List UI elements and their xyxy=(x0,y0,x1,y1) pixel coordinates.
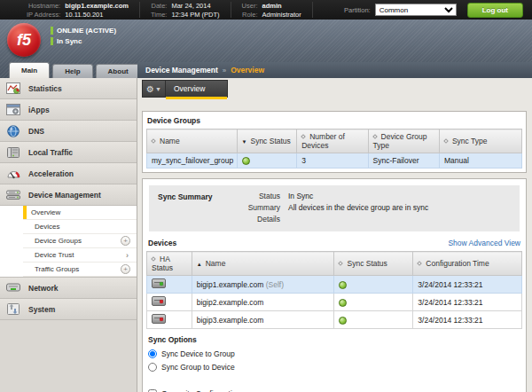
details-label: Details xyxy=(238,215,280,223)
sidebar-item-local-traffic[interactable]: Local Traffic xyxy=(0,142,137,163)
ha-status-device-icon xyxy=(152,314,166,324)
device-group-row[interactable]: my_sync_failover_group 3 Sync-Failover M… xyxy=(147,153,522,169)
device-group-sync-status xyxy=(237,153,297,169)
col-header-configuration-time[interactable]: Configuration Time xyxy=(413,252,522,276)
top-bar-right: Partition: Common Log out xyxy=(344,3,532,18)
tab-main[interactable]: Main xyxy=(9,62,50,78)
sidebar-item-acceleration[interactable]: Acceleration xyxy=(0,163,137,184)
partition-select[interactable]: Common xyxy=(375,4,457,16)
device-name-cell[interactable]: bigip2.example.com xyxy=(192,294,334,311)
sync-summary-box: Sync Summary Status In Sync Summary All … xyxy=(149,185,520,231)
show-advanced-view-link[interactable]: Show Advanced View xyxy=(448,239,520,247)
online-status-icon xyxy=(51,27,53,35)
breadcrumb-separator-icon: » xyxy=(223,67,226,74)
sync-panel: Sync Summary Status In Sync Summary All … xyxy=(142,178,527,392)
ha-status-cell xyxy=(147,276,192,294)
sidebar-subitem-traffic-groups[interactable]: Traffic Groups + xyxy=(23,263,137,277)
device-management-submenu: Overview Devices Device Groups + Device … xyxy=(0,206,137,278)
col-header-name[interactable]: Name xyxy=(147,129,238,153)
status-label: Status xyxy=(238,192,280,200)
caret-down-icon: ▼ xyxy=(155,86,161,92)
breadcrumb: Device Management » Overview xyxy=(137,62,532,78)
role-label: Role: xyxy=(242,11,258,19)
sidebar-item-label: Local Traffic xyxy=(28,148,73,157)
content-tab-overview[interactable]: Overview xyxy=(166,80,228,98)
device-row[interactable]: bigip3.example.com 3/24/2014 12:33:21 xyxy=(147,311,522,329)
config-time-cell: 3/24/2014 12:33:21 xyxy=(413,276,522,294)
device-name-cell[interactable]: bigip1.example.com (Self) xyxy=(192,276,334,294)
breadcrumb-page: Overview xyxy=(231,66,264,74)
sidebar-item-label: iApps xyxy=(28,106,50,114)
sidebar-item-network[interactable]: Network xyxy=(0,278,137,299)
tab-about[interactable]: About xyxy=(96,64,141,78)
sidebar-subitem-device-trust[interactable]: Device Trust › xyxy=(23,248,137,263)
sort-icon xyxy=(151,138,156,144)
sync-group-to-device-radio[interactable] xyxy=(148,363,157,372)
ha-status-device-icon xyxy=(152,296,166,306)
sort-icon xyxy=(151,256,156,262)
logout-button[interactable]: Log out xyxy=(467,3,523,18)
sync-device-to-group-radio[interactable] xyxy=(148,349,157,358)
sidebar-subitem-overview[interactable]: Overview xyxy=(23,206,137,220)
sync-options-title: Sync Options xyxy=(148,335,520,344)
device-sync-status-cell xyxy=(334,276,413,294)
sidebar-subitem-label: Devices xyxy=(35,223,59,231)
user-info: User: admin Role: Administrator xyxy=(231,2,313,18)
col-header-device-name[interactable]: ▲Name xyxy=(192,252,334,276)
sidebar-subitem-devices[interactable]: Devices xyxy=(23,220,137,234)
devices-title: Devices xyxy=(148,239,176,247)
sidebar-item-label: Device Management xyxy=(28,191,101,200)
add-icon[interactable]: + xyxy=(121,264,130,274)
add-icon[interactable]: + xyxy=(121,236,130,246)
col-header-device-sync-status[interactable]: Sync Status xyxy=(334,252,413,276)
sort-desc-icon: ▼ xyxy=(242,139,247,145)
statistics-icon xyxy=(5,82,21,96)
sidebar-item-statistics[interactable]: Statistics xyxy=(0,78,137,99)
device-group-device-count: 3 xyxy=(297,153,368,169)
device-group-name[interactable]: my_sync_failover_group xyxy=(147,153,238,169)
sync-status-text: In Sync xyxy=(57,37,82,45)
device-status: ONLINE (ACTIVE) In Sync xyxy=(51,27,116,48)
sidebar-subitem-label: Traffic Groups xyxy=(35,265,79,273)
iapps-icon xyxy=(5,103,21,117)
sidebar-item-system[interactable]: System xyxy=(0,299,137,320)
col-header-number-of-devices[interactable]: Number of Devices xyxy=(297,129,368,153)
role-value: Administrator xyxy=(262,11,301,19)
ha-status-cell xyxy=(147,311,192,329)
user-value: admin xyxy=(262,2,301,10)
device-name-cell[interactable]: bigip3.example.com xyxy=(192,311,334,329)
content-tabstrip: ⚙ ▼ Overview xyxy=(142,80,527,98)
sync-group-to-device-option[interactable]: Sync Group to Device xyxy=(148,363,520,372)
acceleration-gauge-icon xyxy=(5,167,21,181)
time-value: 12:34 PM (PDT) xyxy=(171,11,219,19)
sidebar-item-device-management[interactable]: Device Management xyxy=(0,184,137,206)
time-label: Time: xyxy=(151,11,167,19)
sidebar-item-iapps[interactable]: iApps xyxy=(0,99,137,121)
tab-help[interactable]: Help xyxy=(52,64,92,78)
f5-logo: f5 xyxy=(7,23,41,57)
in-sync-status-icon xyxy=(339,281,347,289)
sidebar-item-dns[interactable]: DNS xyxy=(0,121,137,142)
content-area: ⚙ ▼ Overview Device Groups Name ▼Sync St… xyxy=(137,78,532,392)
device-groups-table: Name ▼Sync Status Number of Devices Devi… xyxy=(146,129,522,169)
col-header-device-group-type[interactable]: Device Group Type xyxy=(368,129,439,153)
device-row[interactable]: bigip2.example.com 3/24/2014 12:33:21 xyxy=(147,294,522,311)
col-header-ha-status[interactable]: HA Status xyxy=(147,252,192,276)
col-header-sync-status[interactable]: ▼Sync Status xyxy=(237,129,297,153)
sidebar-subitem-device-groups[interactable]: Device Groups + xyxy=(23,234,137,248)
online-status-text: ONLINE (ACTIVE) xyxy=(57,27,116,35)
ha-status-cell xyxy=(147,294,192,311)
ha-status-device-icon xyxy=(152,278,166,288)
device-group-sync-type: Manual xyxy=(439,153,521,169)
top-bar: Hostname: bigip1.example.com IP Address:… xyxy=(0,0,532,20)
network-icon xyxy=(5,281,21,295)
sync-device-to-group-option[interactable]: Sync Device to Group xyxy=(148,349,520,358)
page-options-menu-button[interactable]: ⚙ ▼ xyxy=(142,80,166,98)
config-time-cell: 3/24/2014 12:33:21 xyxy=(413,294,522,311)
primary-tabs: Main Help About xyxy=(9,62,141,78)
device-row[interactable]: bigip1.example.com (Self) 3/24/2014 12:3… xyxy=(147,276,522,294)
date-value: Mar 24, 2014 xyxy=(171,2,219,10)
local-traffic-icon xyxy=(5,145,21,160)
col-header-sync-type[interactable]: Sync Type xyxy=(439,129,521,153)
sidebar-subitem-label: Device Trust xyxy=(35,251,74,259)
